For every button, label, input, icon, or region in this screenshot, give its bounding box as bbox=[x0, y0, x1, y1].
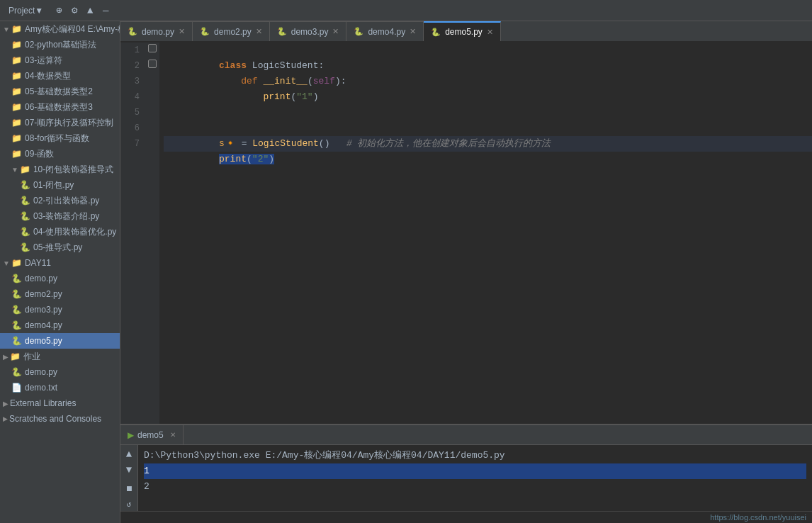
fold-marker-2[interactable] bbox=[148, 60, 157, 68]
console-tab[interactable]: ▶ demo5 ✕ bbox=[120, 425, 184, 445]
sidebar-item-demo3[interactable]: 🐍 demo3.py bbox=[0, 302, 120, 317]
py-file-icon: 🐍 bbox=[20, 227, 30, 237]
sidebar-item-file-01[interactable]: 🐍 01-闭包.py bbox=[0, 177, 120, 193]
tab-label: demo5.py bbox=[445, 27, 483, 37]
class-name: LogicStudent bbox=[252, 60, 319, 71]
sidebar-item-label: 03-装饰器介绍.py bbox=[33, 210, 99, 223]
sidebar-item-label: demo3.py bbox=[25, 305, 62, 315]
sidebar-item-demo4[interactable]: 🐍 demo4.py bbox=[0, 317, 120, 333]
sidebar-item-scratches[interactable]: ▶ Scratches and Consoles bbox=[0, 411, 120, 427]
sidebar-item-09[interactable]: 📁 09-函数 bbox=[0, 146, 120, 162]
sidebar-item-label: 02-引出装饰器.py bbox=[33, 195, 99, 207]
main-area: ▼ 📁 Amy核心编程04 E:\Amy-核 📁 02-python基础语法 📁… bbox=[0, 21, 812, 523]
tab-close-button[interactable]: ✕ bbox=[179, 27, 185, 36]
py-file-icon: 🐍 bbox=[11, 274, 22, 283]
tab-demo4[interactable]: 🐍 demo4.py ✕ bbox=[346, 21, 424, 41]
sidebar-item-label: DAY11 bbox=[25, 258, 51, 268]
print-fn2: print bbox=[219, 154, 247, 164]
sidebar-item-label: 02-python基础语法 bbox=[25, 39, 96, 51]
line-num-6: 6 bbox=[120, 120, 140, 136]
closing: ) bbox=[313, 91, 319, 102]
code-lines[interactable]: class LogicStudent: def __init__(self): … bbox=[159, 43, 812, 424]
print-fn: print bbox=[263, 91, 291, 102]
tab-label: demo2.py bbox=[214, 27, 252, 37]
selected-text: print("2") bbox=[219, 154, 274, 164]
py-file-icon: 🐍 bbox=[11, 289, 22, 299]
fold-marker-1[interactable] bbox=[148, 44, 157, 52]
py-icon: 🐍 bbox=[354, 27, 363, 36]
minimize-icon[interactable]: — bbox=[100, 5, 111, 16]
sidebar-item-06[interactable]: 📁 06-基础数据类型3 bbox=[0, 99, 120, 115]
colon: : bbox=[318, 60, 324, 71]
footer-link[interactable]: https://blog.csdn.net/yuuisei bbox=[710, 513, 806, 522]
tab-close-button[interactable]: ✕ bbox=[487, 28, 493, 37]
indent bbox=[219, 76, 241, 86]
tab-demo2[interactable]: 🐍 demo2.py ✕ bbox=[193, 21, 270, 41]
sidebar-item-ext-lib[interactable]: ▶ External Libraries bbox=[0, 395, 120, 411]
sidebar-item-demo[interactable]: 🐍 demo.py bbox=[0, 271, 120, 286]
scroll-down-button[interactable]: ▼ bbox=[123, 463, 135, 476]
py-file-icon: 🐍 bbox=[11, 305, 22, 315]
sidebar-item-hw-txt[interactable]: 📄 demo.txt bbox=[0, 380, 120, 395]
line-num-3: 3 bbox=[120, 74, 140, 89]
line-num-7: 7 bbox=[120, 136, 140, 152]
sidebar-item-04[interactable]: 📁 04-数据类型 bbox=[0, 68, 120, 84]
sidebar-item-day11[interactable]: ▼ 📁 DAY11 bbox=[0, 255, 120, 271]
sidebar-item-hw-demo[interactable]: 🐍 demo.py bbox=[0, 364, 120, 380]
scroll-up-button[interactable]: ▲ bbox=[123, 448, 135, 461]
rerun-button[interactable]: ↺ bbox=[123, 497, 135, 510]
folder-icon: 📁 bbox=[10, 352, 21, 361]
sidebar-item-label: 03-运算符 bbox=[25, 55, 62, 67]
closing2: ) bbox=[269, 154, 274, 164]
sidebar-item-08[interactable]: 📁 08-for循环与函数 bbox=[0, 130, 120, 146]
sidebar-item-label: 09-函数 bbox=[25, 148, 54, 160]
tab-demo3[interactable]: 🐍 demo3.py ✕ bbox=[270, 21, 347, 41]
sidebar-item-file-03[interactable]: 🐍 03-装饰器介绍.py bbox=[0, 208, 120, 224]
console-tab-label: demo5 bbox=[137, 430, 164, 440]
sidebar-item-label: 05-基础数据类型2 bbox=[25, 86, 93, 98]
sidebar-item-homework[interactable]: ▶ 📁 作业 bbox=[0, 349, 120, 364]
folder-icon: 📁 bbox=[11, 55, 22, 65]
add-icon[interactable]: ⊕ bbox=[53, 5, 64, 16]
tab-demo[interactable]: 🐍 demo.py ✕ bbox=[120, 21, 193, 41]
menu-project[interactable]: Project▼ bbox=[4, 4, 47, 17]
sidebar-item-label: demo.py bbox=[25, 274, 57, 283]
sidebar-item-label: demo.py bbox=[25, 367, 57, 377]
sidebar-item-07[interactable]: 📁 07-顺序执行及循环控制 bbox=[0, 115, 120, 130]
console-close-button[interactable]: ✕ bbox=[170, 431, 176, 439]
settings-icon[interactable]: ⚙ bbox=[69, 5, 80, 16]
tab-close-button[interactable]: ✕ bbox=[256, 27, 262, 36]
collapse-icon[interactable]: ▲ bbox=[84, 5, 96, 16]
line-num-2: 2 bbox=[120, 58, 140, 74]
sidebar-item-03[interactable]: 📁 03-运算符 bbox=[0, 52, 120, 68]
sidebar-item-10[interactable]: ▼ 📁 10-闭包装饰器推导式 bbox=[0, 162, 120, 177]
code-editor[interactable]: 1 2 3 4 5 6 7 class LogicStudent: def __… bbox=[120, 43, 812, 424]
paren2: ( bbox=[247, 154, 252, 164]
sidebar-item-file-05[interactable]: 🐍 05-推导式.py bbox=[0, 240, 120, 255]
sidebar-item-file-02[interactable]: 🐍 02-引出装饰器.py bbox=[0, 193, 120, 208]
sidebar-item-file-04[interactable]: 🐍 04-使用装饰器优化.py bbox=[0, 224, 120, 240]
stop-button[interactable]: ⏹ bbox=[123, 482, 135, 495]
sidebar-item-root[interactable]: ▼ 📁 Amy核心编程04 E:\Amy-核 bbox=[0, 21, 120, 37]
sidebar-item-demo5[interactable]: 🐍 demo5.py bbox=[0, 333, 120, 349]
sidebar-item-02[interactable]: 📁 02-python基础语法 bbox=[0, 37, 120, 52]
console-footer: https://blog.csdn.net/yuuisei bbox=[120, 511, 812, 523]
sidebar-item-label: demo2.py bbox=[25, 289, 62, 299]
tab-demo5[interactable]: 🐍 demo5.py ✕ bbox=[424, 21, 501, 41]
arrow-icon: ▶ bbox=[3, 415, 8, 422]
tab-close-button[interactable]: ✕ bbox=[332, 27, 339, 36]
sidebar-item-demo2[interactable]: 🐍 demo2.py bbox=[0, 286, 120, 302]
func-name: __init__ bbox=[263, 76, 307, 86]
tab-close-button[interactable]: ✕ bbox=[410, 27, 416, 36]
py-icon: 🐍 bbox=[128, 27, 137, 36]
constructor-call: LogicStudent bbox=[252, 138, 319, 149]
tab-label: demo4.py bbox=[368, 27, 405, 37]
sidebar-item-05[interactable]: 📁 05-基础数据类型2 bbox=[0, 84, 120, 99]
sidebar-item-label: 04-使用装饰器优化.py bbox=[33, 226, 116, 238]
sidebar-item-label: 06-基础数据类型3 bbox=[25, 101, 93, 113]
arrow-icon: ▼ bbox=[3, 259, 10, 267]
sidebar-item-label: 01-闭包.py bbox=[33, 179, 74, 191]
folder-icon: 📁 bbox=[11, 258, 22, 268]
arrow-icon: ▼ bbox=[3, 26, 10, 33]
call-paren: () bbox=[319, 138, 346, 149]
